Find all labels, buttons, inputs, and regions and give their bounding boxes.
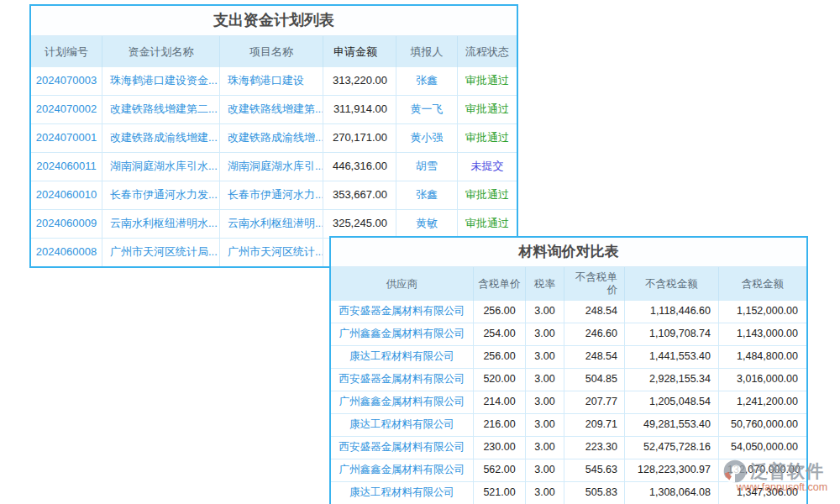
cell-amount: 1,347,306.00 bbox=[719, 482, 806, 504]
cell-id[interactable]: 2024060008 bbox=[31, 239, 102, 266]
cell-amount: 1,241,200.00 bbox=[719, 391, 806, 413]
cell-price: 521.00 bbox=[474, 482, 526, 504]
column-header-rate: 税率 bbox=[526, 267, 564, 301]
cell-status[interactable]: 审批通过 bbox=[458, 96, 517, 123]
column-header-fund: 资金计划名称 bbox=[102, 36, 220, 67]
cell-netprice: 545.63 bbox=[564, 459, 625, 481]
cell-fund[interactable]: 广州市天河区统计局... bbox=[102, 239, 220, 266]
cell-rate: 3.00 bbox=[526, 391, 564, 413]
table-row: 广州鑫鑫金属材料有限公司214.003.00207.771,205,048.54… bbox=[331, 391, 806, 414]
cell-netamount: 49,281,553.40 bbox=[625, 414, 719, 436]
cell-supplier[interactable]: 西安盛器金属材料有限公司 bbox=[331, 437, 474, 459]
cell-id[interactable]: 2024060009 bbox=[31, 210, 102, 238]
cell-project[interactable]: 广州市天河区统计... bbox=[220, 239, 323, 266]
cell-fund[interactable]: 珠海鹤港口建设资金... bbox=[102, 67, 220, 95]
cell-amount: 3,016,000.00 bbox=[719, 369, 806, 391]
cell-id[interactable]: 2024070001 bbox=[31, 124, 102, 152]
column-header-status: 流程状态 bbox=[458, 36, 517, 67]
cell-id[interactable]: 2024070002 bbox=[31, 96, 102, 123]
cell-price: 256.00 bbox=[474, 301, 526, 323]
cell-netamount: 1,109,708.74 bbox=[625, 323, 719, 345]
column-header-person: 填报人 bbox=[396, 36, 458, 67]
column-header-id: 计划编号 bbox=[31, 36, 102, 67]
cell-amount: 311,914.00 bbox=[323, 96, 396, 123]
cell-price: 216.00 bbox=[474, 414, 526, 436]
cell-id[interactable]: 2024060011 bbox=[31, 153, 102, 181]
cell-rate: 3.00 bbox=[526, 323, 564, 345]
cell-project[interactable]: 改建铁路成渝线增... bbox=[220, 124, 323, 152]
cell-fund[interactable]: 改建铁路成渝线增建... bbox=[102, 124, 220, 152]
cell-status[interactable]: 审批通过 bbox=[458, 181, 517, 209]
table-row: 2024060010长春市伊通河水力发...长春市伊通河水力...353,667… bbox=[31, 181, 517, 210]
cell-rate: 3.00 bbox=[526, 346, 564, 368]
cell-supplier[interactable]: 西安盛器金属材料有限公司 bbox=[331, 369, 474, 391]
cell-netamount: 1,118,446.60 bbox=[625, 301, 719, 323]
cell-supplier[interactable]: 广州鑫鑫金属材料有限公司 bbox=[331, 391, 474, 413]
cell-netprice: 246.60 bbox=[564, 323, 625, 345]
cell-status[interactable]: 审批通过 bbox=[458, 67, 517, 95]
table-row: 广州鑫鑫金属材料有限公司562.003.00545.63128,223,300.… bbox=[331, 459, 806, 482]
cell-person[interactable]: 张鑫 bbox=[396, 181, 458, 209]
cell-netprice: 505.83 bbox=[564, 482, 625, 504]
cell-fund[interactable]: 改建铁路线增建第二... bbox=[102, 96, 220, 123]
cell-netamount: 1,441,553.40 bbox=[625, 346, 719, 368]
cell-amount: 1,484,800.00 bbox=[719, 346, 806, 368]
cell-price: 562.00 bbox=[474, 459, 526, 481]
cell-amount: 313,220.00 bbox=[323, 67, 396, 95]
cell-status[interactable]: 未提交 bbox=[458, 153, 517, 181]
table-row: 康达工程材料有限公司216.003.00209.7149,281,553.405… bbox=[331, 414, 806, 437]
table-row: 康达工程材料有限公司256.003.00248.541,441,553.401,… bbox=[331, 346, 806, 369]
cell-project[interactable]: 改建铁路线增建第... bbox=[220, 96, 323, 123]
cell-rate: 3.00 bbox=[526, 482, 564, 504]
cell-amount: 270,171.00 bbox=[323, 124, 396, 152]
cell-person[interactable]: 张鑫 bbox=[396, 67, 458, 95]
table-row: 2024070001改建铁路成渝线增建...改建铁路成渝线增...270,171… bbox=[31, 124, 517, 153]
cell-person[interactable]: 黄一飞 bbox=[396, 96, 458, 123]
cell-id[interactable]: 2024070003 bbox=[31, 67, 102, 95]
cell-supplier[interactable]: 康达工程材料有限公司 bbox=[331, 414, 474, 436]
cell-rate: 3.00 bbox=[526, 301, 564, 323]
cell-netprice: 207.77 bbox=[564, 391, 625, 413]
cell-netamount: 1,308,064.08 bbox=[625, 482, 719, 504]
cell-netprice: 223.30 bbox=[564, 437, 625, 459]
column-header-supplier: 供应商 bbox=[331, 267, 474, 301]
cell-status[interactable]: 审批通过 bbox=[458, 124, 517, 152]
cell-supplier[interactable]: 康达工程材料有限公司 bbox=[331, 346, 474, 368]
cell-rate: 3.00 bbox=[526, 437, 564, 459]
cell-price: 214.00 bbox=[474, 391, 526, 413]
material-inquiry-header-row: 供应商含税单价税率不含税单价不含税金额含税金额 bbox=[331, 267, 806, 301]
cell-amount: 1,143,000.00 bbox=[719, 323, 806, 345]
cell-project[interactable]: 长春市伊通河水力... bbox=[220, 181, 323, 209]
cell-fund[interactable]: 湖南洞庭湖水库引水... bbox=[102, 153, 220, 181]
cell-project[interactable]: 湖南洞庭湖水库引... bbox=[220, 153, 323, 181]
cell-rate: 3.00 bbox=[526, 414, 564, 436]
cell-netprice: 504.85 bbox=[564, 369, 625, 391]
cell-amount: 1,152,000.00 bbox=[719, 301, 806, 323]
cell-price: 520.00 bbox=[474, 369, 526, 391]
cell-fund[interactable]: 长春市伊通河水力发... bbox=[102, 181, 220, 209]
cell-amount: 50,760,000.00 bbox=[719, 414, 806, 436]
cell-amount: 353,667.00 bbox=[323, 181, 396, 209]
cell-supplier[interactable]: 康达工程材料有限公司 bbox=[331, 482, 474, 504]
cell-rate: 3.00 bbox=[526, 369, 564, 391]
cell-netamount: 1,205,048.54 bbox=[625, 391, 719, 413]
cell-fund[interactable]: 云南水利枢纽潜明水... bbox=[102, 210, 220, 238]
cell-id[interactable]: 2024060010 bbox=[31, 181, 102, 209]
cell-person[interactable]: 黄敏 bbox=[396, 210, 458, 238]
cell-supplier[interactable]: 西安盛器金属材料有限公司 bbox=[331, 301, 474, 323]
cell-netamount: 52,475,728.16 bbox=[625, 437, 719, 459]
cell-status[interactable]: 审批通过 bbox=[458, 210, 517, 238]
cell-netamount: 2,928,155.34 bbox=[625, 369, 719, 391]
cell-netprice: 248.54 bbox=[564, 301, 625, 323]
cell-person[interactable]: 胡雪 bbox=[396, 153, 458, 181]
cell-amount: 54,050,000.00 bbox=[719, 437, 806, 459]
cell-price: 256.00 bbox=[474, 346, 526, 368]
cell-amount: 325,245.00 bbox=[323, 210, 396, 238]
cell-netprice: 209.71 bbox=[564, 414, 625, 436]
cell-project[interactable]: 云南水利枢纽潜明... bbox=[220, 210, 323, 238]
cell-supplier[interactable]: 广州鑫鑫金属材料有限公司 bbox=[331, 459, 474, 481]
table-row: 2024060011湖南洞庭湖水库引水...湖南洞庭湖水库引...446,316… bbox=[31, 153, 517, 181]
cell-project[interactable]: 珠海鹤港口建设 bbox=[220, 67, 323, 95]
cell-person[interactable]: 黄小强 bbox=[396, 124, 458, 152]
cell-supplier[interactable]: 广州鑫鑫金属材料有限公司 bbox=[331, 323, 474, 345]
